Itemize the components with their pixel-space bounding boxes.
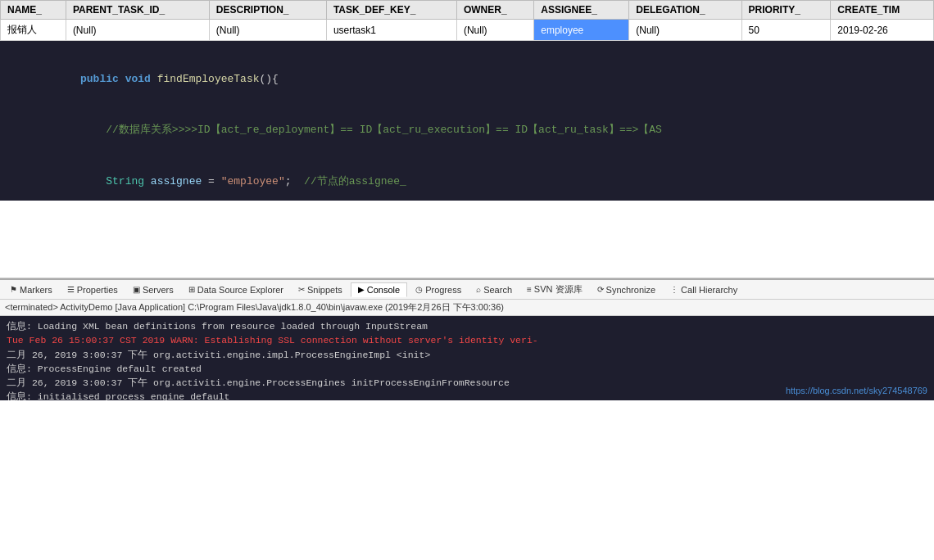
tab-label: Console <box>367 285 400 295</box>
tab-item-properties[interactable]: ☰Properties <box>61 283 125 296</box>
tab-label: Search <box>483 285 512 295</box>
table-cell: 2019-02-26 <box>831 20 934 41</box>
arrow-svg <box>434 41 533 43</box>
table-cell: (Null) <box>456 20 533 41</box>
tab-label: Snippets <box>307 285 342 295</box>
table-row: 报销人(Null)(Null)usertask1(Null)employee(N… <box>1 20 934 41</box>
table-section: NAME_PARENT_TASK_ID_DESCRIPTION_TASK_DEF… <box>0 0 934 278</box>
tab-item-snippets[interactable]: ✂Snippets <box>292 283 349 296</box>
tab-icon: ▣ <box>133 285 140 294</box>
console-line: 二月 26, 2019 3:00:37 下午 org.activiti.engi… <box>7 348 927 362</box>
tab-label: Markers <box>20 285 52 295</box>
table-cell: usertask1 <box>326 20 456 41</box>
code-line-2: //数据库关系>>>>ID【act_re_deployment】== ID【ac… <box>16 105 918 156</box>
code-line-3: String assignee = "employee"; //节点的assig… <box>16 156 918 201</box>
tab-icon: ⚑ <box>10 285 17 294</box>
bottom-panel: ⚑Markers☰Properties▣Servers⊞Data Source … <box>0 278 934 400</box>
table-col-header: NAME_ <box>1 1 66 20</box>
tab-item-svn-资源库[interactable]: ≡SVN 资源库 <box>520 282 589 297</box>
tab-icon: ⌕ <box>476 285 481 294</box>
tab-icon: ≡ <box>527 285 532 294</box>
tab-label: Call Hierarchy <box>681 285 737 295</box>
tab-label: Progress <box>425 285 461 295</box>
table-col-header: OWNER_ <box>456 1 533 20</box>
table-col-header: ASSIGNEE_ <box>534 1 629 20</box>
table-col-header: PRIORITY_ <box>741 1 831 20</box>
tab-label: Synchronize <box>606 285 656 295</box>
tab-item-console[interactable]: ▶Console <box>351 282 407 297</box>
table-cell: 报销人 <box>1 20 66 41</box>
code-section: public void findEmployeeTask(){ //数据库关系>… <box>0 41 934 201</box>
tab-item-markers[interactable]: ⚑Markers <box>3 283 59 296</box>
table-cell: (Null) <box>629 20 741 41</box>
tab-label: Data Source Explorer <box>197 285 283 295</box>
table-col-header: DELEGATION_ <box>629 1 741 20</box>
table-cell: 50 <box>741 20 831 41</box>
link-hint: https://blog.csdn.net/sky274548769 <box>786 384 927 398</box>
tab-bar: ⚑Markers☰Properties▣Servers⊞Data Source … <box>0 280 934 300</box>
console-line: 信息: ProcessEngine default created <box>7 362 927 376</box>
tab-label: Properties <box>77 285 118 295</box>
console-line: Tue Feb 26 15:00:37 CST 2019 WARN: Estab… <box>7 333 927 347</box>
tab-label: SVN 资源库 <box>534 283 583 296</box>
table-header-row: NAME_PARENT_TASK_ID_DESCRIPTION_TASK_DEF… <box>1 1 934 20</box>
table-cell: (Null) <box>66 20 209 41</box>
code-line-1: public void findEmployeeTask(){ <box>16 54 918 105</box>
tab-item-progress[interactable]: ◷Progress <box>409 283 468 296</box>
table-body: 报销人(Null)(Null)usertask1(Null)employee(N… <box>1 20 934 41</box>
tab-icon: ⟳ <box>597 285 604 294</box>
tab-item-servers[interactable]: ▣Servers <box>126 283 180 296</box>
table-cell: (Null) <box>209 20 326 41</box>
console-line: 信息: Loading XML bean definitions from re… <box>7 319 927 333</box>
table-col-header: CREATE_TIM <box>831 1 934 20</box>
tab-item-search[interactable]: ⌕Search <box>469 283 519 296</box>
tab-item-data-source-explorer[interactable]: ⊞Data Source Explorer <box>182 283 290 296</box>
terminated-bar: <terminated> ActivityDemo [Java Applicat… <box>0 300 934 316</box>
tab-item-call-hierarchy[interactable]: ⋮Call Hierarchy <box>664 283 744 296</box>
table-col-header: DESCRIPTION_ <box>209 1 326 20</box>
table-cell: employee <box>534 20 629 41</box>
tab-icon: ⊞ <box>188 285 195 294</box>
console-output: 信息: Loading XML bean definitions from re… <box>0 316 934 400</box>
tab-icon: ☰ <box>67 285 75 294</box>
table-col-header: TASK_DEF_KEY_ <box>326 1 456 20</box>
data-table: NAME_PARENT_TASK_ID_DESCRIPTION_TASK_DEF… <box>0 0 934 41</box>
tab-icon: ⋮ <box>670 285 678 294</box>
tab-icon: ✂ <box>298 285 305 294</box>
tab-label: Servers <box>143 285 174 295</box>
tab-icon: ◷ <box>415 285 423 294</box>
table-col-header: PARENT_TASK_ID_ <box>66 1 209 20</box>
tab-icon: ▶ <box>358 285 365 294</box>
tab-item-synchronize[interactable]: ⟳Synchronize <box>591 283 663 296</box>
